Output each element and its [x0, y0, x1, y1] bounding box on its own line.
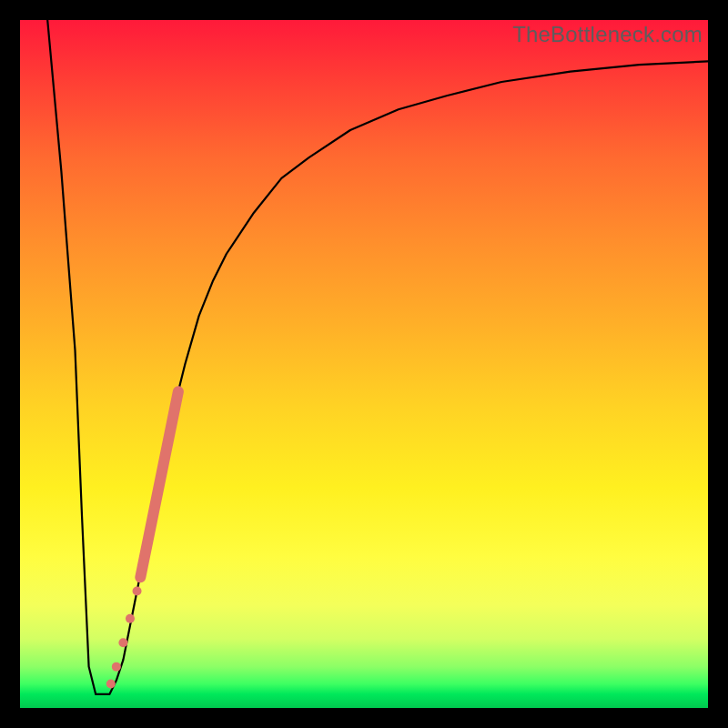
- svg-line-0: [140, 391, 178, 577]
- svg-point-4: [126, 614, 135, 623]
- highlighted-segment: [106, 391, 178, 688]
- chart-frame: TheBottleneck.com: [0, 0, 728, 728]
- plot-area: TheBottleneck.com: [20, 20, 708, 708]
- svg-point-5: [133, 586, 142, 595]
- svg-point-1: [106, 680, 116, 689]
- svg-point-2: [112, 662, 121, 672]
- curve-layer: [20, 20, 708, 708]
- bottleneck-curve: [47, 20, 708, 694]
- svg-point-3: [118, 638, 127, 647]
